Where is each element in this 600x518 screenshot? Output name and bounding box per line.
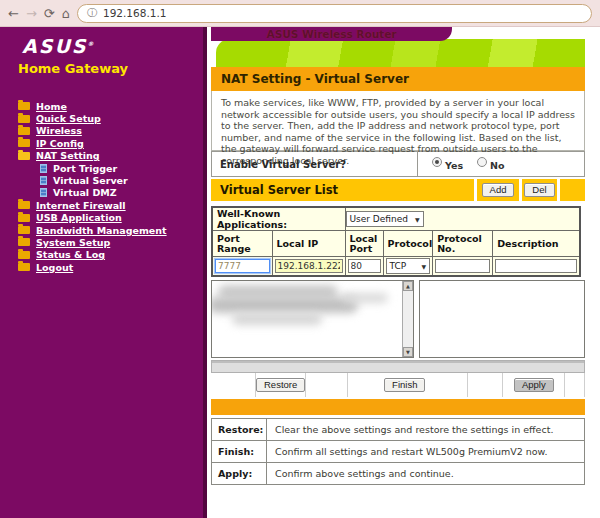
blurred-content bbox=[342, 293, 388, 303]
vertical-scrollbar[interactable]: ▲ ▼ bbox=[402, 281, 413, 357]
scroll-up-icon[interactable]: ▲ bbox=[403, 281, 413, 291]
folder-icon bbox=[18, 201, 30, 209]
server-entries-listbox[interactable]: ▲ ▼ bbox=[211, 280, 414, 358]
restore-button[interactable]: Restore bbox=[256, 378, 305, 393]
sidebar-item-internet-firewall[interactable]: Internet Firewall bbox=[0, 199, 203, 211]
sidebar-item-wireless[interactable]: Wireless bbox=[0, 125, 203, 137]
home-icon[interactable]: ⌂ bbox=[62, 7, 70, 20]
well-known-apps-select[interactable]: User Defined ▼ bbox=[346, 211, 424, 227]
sidebar-item-bandwidth-management[interactable]: Bandwidth Management bbox=[0, 224, 203, 236]
action-buttons-row: Restore Finish Apply bbox=[211, 373, 585, 397]
blurred-content bbox=[211, 297, 358, 313]
sidebar-item-virtual-server[interactable]: Virtual Server bbox=[0, 174, 203, 186]
table-row: TCP ▼ bbox=[212, 257, 580, 277]
sidebar-item-port-trigger[interactable]: Port Trigger bbox=[0, 162, 203, 174]
virtual-server-list-bar: Virtual Server List Add Del bbox=[211, 179, 585, 201]
folder-icon bbox=[18, 102, 30, 110]
radio-yes-icon[interactable] bbox=[432, 157, 442, 167]
sidebar-item-home[interactable]: Home bbox=[0, 100, 203, 112]
banner-title: ASUS Wireless Router bbox=[267, 28, 397, 40]
sidebar-item-quick-setup[interactable]: Quick Setup bbox=[0, 112, 203, 124]
finish-button[interactable]: Finish bbox=[384, 378, 425, 393]
help-term: Finish: bbox=[212, 441, 267, 463]
port-range-input[interactable] bbox=[215, 259, 270, 273]
enable-radios: Yes No bbox=[418, 152, 584, 176]
help-table: Restore: Clear the above settings and re… bbox=[211, 418, 585, 485]
local-port-input[interactable] bbox=[348, 259, 381, 273]
col-local-ip: Local IP bbox=[272, 231, 345, 257]
sidebar-item-usb-application[interactable]: USB Application bbox=[0, 212, 203, 224]
protocol-no-input[interactable] bbox=[435, 259, 490, 273]
chevron-down-icon: ▼ bbox=[415, 216, 420, 223]
del-button[interactable]: Del bbox=[524, 183, 554, 198]
sidebar-item-ip-config[interactable]: IP Config bbox=[0, 137, 203, 149]
help-desc: Confirm above settings and continue. bbox=[267, 463, 585, 485]
asus-logo: ASUS® bbox=[22, 35, 203, 57]
protocol-select[interactable]: TCP ▼ bbox=[386, 258, 431, 274]
apply-button[interactable]: Apply bbox=[514, 378, 554, 393]
sidebar-item-nat-setting[interactable]: NAT Setting bbox=[0, 150, 203, 162]
col-description: Description bbox=[493, 231, 580, 257]
add-button[interactable]: Add bbox=[482, 183, 515, 198]
banner-tab: ASUS Wireless Router bbox=[211, 27, 452, 41]
sidebar-item-status-log[interactable]: Status & Log bbox=[0, 249, 203, 261]
radio-no-icon[interactable] bbox=[477, 157, 487, 167]
page-icon bbox=[40, 164, 47, 173]
col-local-port: Local Port bbox=[345, 231, 383, 257]
list-boxes: ▲ ▼ bbox=[211, 280, 585, 358]
description-box: To make services, like WWW, FTP, provide… bbox=[211, 91, 585, 151]
sidebar-item-virtual-dmz[interactable]: Virtual DMZ bbox=[0, 187, 203, 199]
radio-no[interactable]: No bbox=[477, 157, 504, 171]
orange-divider bbox=[211, 399, 585, 415]
radio-yes[interactable]: Yes bbox=[432, 157, 463, 171]
page-icon bbox=[40, 176, 47, 185]
col-protocol: Protocol bbox=[383, 231, 433, 257]
sidebar-item-logout[interactable]: Logout bbox=[0, 261, 203, 273]
well-known-apps-label: Well-Known Applications: bbox=[212, 207, 345, 231]
page-icon bbox=[40, 188, 47, 197]
folder-icon bbox=[18, 127, 30, 135]
help-term: Restore: bbox=[212, 419, 267, 441]
enable-label: Enable Virtual Server? bbox=[212, 152, 418, 176]
url-text: 192.168.1.1 bbox=[103, 7, 166, 19]
url-bar[interactable]: ⓘ 192.168.1.1 bbox=[77, 4, 592, 23]
col-port-range: Port Range bbox=[212, 231, 272, 257]
horizontal-scrollbar[interactable] bbox=[211, 360, 585, 373]
help-row: Finish: Confirm all settings and restart… bbox=[212, 441, 585, 463]
folder-icon bbox=[18, 238, 30, 246]
open-folder-icon bbox=[18, 152, 30, 160]
virtual-server-table: Well-Known Applications: User Defined ▼ … bbox=[211, 206, 581, 277]
folder-icon bbox=[18, 115, 30, 123]
sidebar: ASUS® Home Gateway Home Quick Setup Wire… bbox=[0, 27, 207, 518]
folder-icon bbox=[18, 251, 30, 259]
col-protocol-no: Protocol No. bbox=[433, 231, 493, 257]
folder-icon bbox=[18, 214, 30, 222]
site-info-icon[interactable]: ⓘ bbox=[87, 6, 97, 20]
help-desc: Clear the above settings and restore the… bbox=[267, 419, 585, 441]
help-row: Apply: Confirm above settings and contin… bbox=[212, 463, 585, 485]
help-term: Apply: bbox=[212, 463, 267, 485]
enable-virtual-server-row: Enable Virtual Server? Yes No bbox=[211, 151, 585, 177]
router-admin-page: ASUS® Home Gateway Home Quick Setup Wire… bbox=[0, 27, 600, 518]
section-title-bar: NAT Setting - Virtual Server bbox=[211, 67, 585, 91]
scroll-down-icon[interactable]: ▼ bbox=[403, 347, 413, 357]
detail-box bbox=[419, 280, 585, 358]
chevron-down-icon: ▼ bbox=[422, 263, 427, 270]
help-desc: Confirm all settings and restart WL500g … bbox=[267, 441, 585, 463]
sidebar-item-system-setup[interactable]: System Setup bbox=[0, 236, 203, 248]
page-title: NAT Setting - Virtual Server bbox=[221, 72, 409, 86]
list-title: Virtual Server List bbox=[220, 183, 338, 197]
back-icon[interactable]: ← bbox=[8, 7, 19, 20]
forward-icon[interactable]: → bbox=[26, 7, 37, 20]
sidebar-menu: Home Quick Setup Wireless IP Config NAT … bbox=[0, 100, 203, 273]
browser-toolbar: ← → ⟳ ⌂ ⓘ 192.168.1.1 bbox=[0, 0, 600, 27]
description-input[interactable] bbox=[495, 259, 577, 273]
folder-icon bbox=[18, 263, 30, 271]
home-gateway-label: Home Gateway bbox=[18, 61, 203, 76]
blurred-content bbox=[232, 313, 322, 325]
help-row: Restore: Clear the above settings and re… bbox=[212, 419, 585, 441]
reload-icon[interactable]: ⟳ bbox=[44, 7, 55, 20]
main-content: ASUS Wireless Router NAT Setting - Virtu… bbox=[211, 27, 585, 518]
local-ip-input[interactable] bbox=[275, 259, 343, 273]
folder-icon bbox=[18, 226, 30, 234]
